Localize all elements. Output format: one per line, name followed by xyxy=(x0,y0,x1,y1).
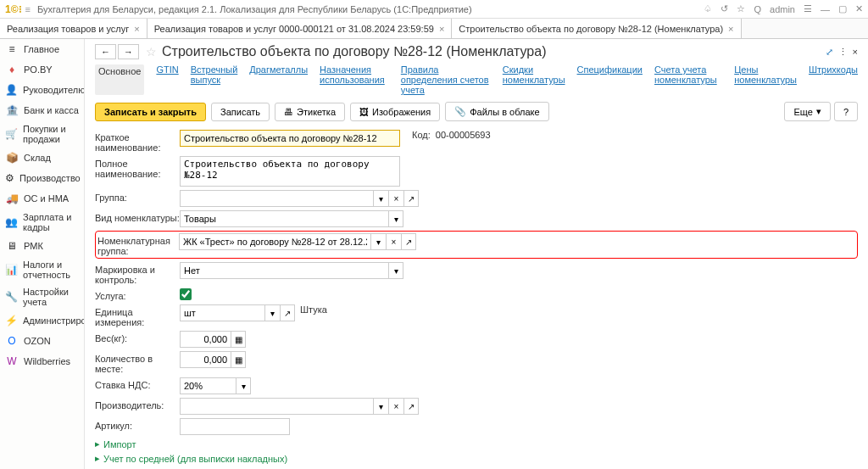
unit-input[interactable] xyxy=(180,304,264,321)
help-button[interactable]: ? xyxy=(834,102,858,121)
nav-back-button[interactable]: ← xyxy=(95,44,116,59)
sidebar-item-0[interactable]: ≡Главное xyxy=(0,39,84,59)
sidebar-item-4[interactable]: 🛒Покупки и продажи xyxy=(0,120,84,148)
sidebar-item-1[interactable]: ♦PO.BY xyxy=(0,59,84,80)
sidebar-icon: ⚙ xyxy=(5,171,14,185)
close-app-icon[interactable]: ✕ xyxy=(855,3,863,14)
nom-group-input[interactable] xyxy=(179,233,370,250)
user-menu-icon[interactable]: ☰ xyxy=(804,3,812,14)
subtab-4[interactable]: Назначения использования xyxy=(320,64,389,95)
sidebar-item-10[interactable]: 📊Налоги и отчетность xyxy=(0,256,84,283)
bell-icon[interactable]: ♤ xyxy=(704,3,712,14)
minimize-icon[interactable]: — xyxy=(821,4,830,14)
dropdown-icon[interactable]: ▾ xyxy=(373,398,388,415)
subtab-7[interactable]: Спецификации xyxy=(577,64,643,95)
article-label: Артикул: xyxy=(95,418,180,431)
dropdown-icon[interactable]: ▾ xyxy=(236,377,251,394)
sidebar-item-9[interactable]: 🖥РМК xyxy=(0,236,84,256)
service-checkbox[interactable] xyxy=(180,288,192,300)
sidebar-item-5[interactable]: 📦Склад xyxy=(0,148,84,168)
close-page-icon[interactable]: × xyxy=(853,47,858,57)
sidebar-item-8[interactable]: 👥Зарплата и кадры xyxy=(0,209,84,236)
options-icon[interactable]: ⋮ xyxy=(838,47,848,58)
service-label: Услуга: xyxy=(95,288,180,301)
dropdown-icon[interactable]: ▾ xyxy=(264,304,280,321)
images-button[interactable]: 🖼Изображения xyxy=(350,103,440,121)
label-button[interactable]: 🖶Этикетка xyxy=(275,103,345,121)
sidebar-icon: 📊 xyxy=(5,263,18,276)
print-icon: 🖶 xyxy=(284,107,293,117)
dropdown-icon[interactable]: ▾ xyxy=(370,233,386,250)
subtab-3[interactable]: Драгметаллы xyxy=(249,64,308,95)
sidebar-icon: ⚡ xyxy=(5,314,18,327)
sidebar-item-2[interactable]: 👤Руководителю xyxy=(0,80,84,100)
code-label: Код: xyxy=(412,130,431,140)
subtab-0[interactable]: Основное xyxy=(95,64,144,95)
expander-0[interactable]: ▸Импорт xyxy=(95,438,858,449)
sidebar-icon: 🏦 xyxy=(5,103,19,117)
subtab-9[interactable]: Цены номенклатуры xyxy=(734,64,797,95)
sidebar-item-12[interactable]: ⚡Администрирование xyxy=(0,310,84,331)
open-icon[interactable]: ↗ xyxy=(403,190,419,207)
open-icon[interactable]: ↗ xyxy=(403,398,419,415)
save-button[interactable]: Записать xyxy=(211,103,270,121)
full-name-label: Полное наименование: xyxy=(95,156,180,179)
short-name-input[interactable] xyxy=(180,130,400,147)
maximize-icon[interactable]: ▢ xyxy=(838,3,847,14)
type-input[interactable] xyxy=(180,210,388,227)
full-name-input[interactable]: Строительство объекта по договору №28-12 xyxy=(180,156,400,187)
qty-label: Количество в месте: xyxy=(95,351,180,374)
close-icon[interactable]: × xyxy=(134,24,139,34)
group-input[interactable] xyxy=(180,190,373,207)
subtab-8[interactable]: Счета учета номенклатуры xyxy=(654,64,722,95)
producer-label: Производитель: xyxy=(95,398,180,410)
files-button[interactable]: 📎Файлы в облаке xyxy=(445,102,548,121)
sidebar-icon: W xyxy=(5,355,19,368)
clear-icon[interactable]: × xyxy=(386,233,401,250)
subtab-6[interactable]: Скидки номенклатуры xyxy=(503,64,565,95)
sidebar-item-6[interactable]: ⚙Производство xyxy=(0,168,84,188)
marking-input[interactable] xyxy=(180,262,388,279)
dropdown-icon[interactable]: ▾ xyxy=(388,210,403,227)
weight-input[interactable] xyxy=(180,331,231,348)
user-label[interactable]: admin xyxy=(770,4,795,14)
sidebar-item-13[interactable]: OOZON xyxy=(0,331,84,351)
link-icon[interactable]: ⤢ xyxy=(826,47,833,58)
search-icon[interactable]: Q xyxy=(754,4,761,14)
more-button[interactable]: Еще ▾ xyxy=(784,102,830,121)
star-icon[interactable]: ☆ xyxy=(737,3,745,14)
close-icon[interactable]: × xyxy=(728,24,733,34)
history-icon[interactable]: ↺ xyxy=(721,3,728,14)
calc-icon[interactable]: ▦ xyxy=(231,351,246,368)
expander-1[interactable]: ▸Учет по средней (для выписки накладных) xyxy=(95,453,858,464)
menu-icon[interactable]: ≡ xyxy=(25,4,31,14)
clear-icon[interactable]: × xyxy=(388,190,403,207)
producer-input[interactable] xyxy=(180,398,373,415)
nom-group-label: Номенклатурная группа: xyxy=(97,233,179,256)
subtab-10[interactable]: Штрихкоды xyxy=(809,64,858,95)
clear-icon[interactable]: × xyxy=(388,398,403,415)
dropdown-icon[interactable]: ▾ xyxy=(388,262,403,279)
tab-0[interactable]: Реализация товаров и услуг× xyxy=(0,19,147,38)
dropdown-icon[interactable]: ▾ xyxy=(373,190,388,207)
favorite-icon[interactable]: ☆ xyxy=(146,45,157,59)
calc-icon[interactable]: ▦ xyxy=(231,331,246,348)
article-input[interactable] xyxy=(180,418,290,435)
open-icon[interactable]: ↗ xyxy=(280,304,295,321)
close-icon[interactable]: × xyxy=(439,24,444,34)
sidebar-item-3[interactable]: 🏦Банк и касса xyxy=(0,100,84,120)
subtab-1[interactable]: GTIN xyxy=(156,64,178,95)
sidebar-item-14[interactable]: WWildberries xyxy=(0,351,84,371)
vat-input[interactable] xyxy=(180,377,236,394)
tab-2[interactable]: Строительство объекта по договору №28-12… xyxy=(452,19,741,38)
tab-1[interactable]: Реализация товаров и услуг 0000-000121 о… xyxy=(147,19,453,38)
sidebar-item-7[interactable]: 🚚ОС и НМА xyxy=(0,188,84,209)
nav-forward-button[interactable]: → xyxy=(118,44,139,59)
open-icon[interactable]: ↗ xyxy=(401,233,416,250)
save-close-button[interactable]: Записать и закрыть xyxy=(95,103,206,121)
qty-input[interactable] xyxy=(180,351,231,368)
sidebar-item-11[interactable]: 🔧Настройки учета xyxy=(0,283,84,310)
subtab-5[interactable]: Правила определения счетов учета xyxy=(401,64,491,95)
subtab-2[interactable]: Встречный выпуск xyxy=(191,64,238,95)
sidebar-label: PO.BY xyxy=(24,64,53,75)
